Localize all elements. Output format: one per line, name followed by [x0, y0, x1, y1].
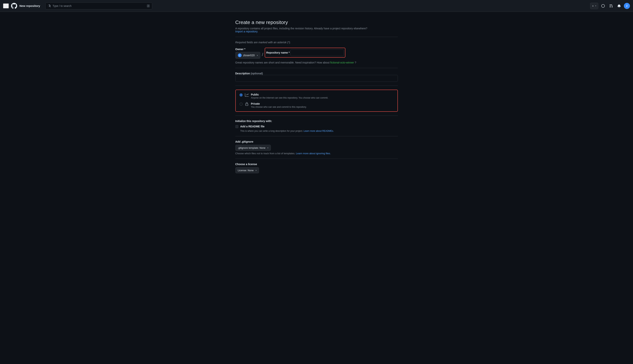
license-btn-label: License: None	[238, 169, 254, 172]
owner-label: Owner *	[235, 48, 260, 51]
public-option[interactable]: Public Anyone on the internet can see th…	[240, 93, 394, 99]
owner-field-group: Owner * Z zloser020 ▾	[235, 48, 260, 59]
description-optional: (optional)	[250, 72, 263, 75]
divider-3	[235, 86, 398, 86]
gitignore-learn-link[interactable]: Learn more about ignoring files.	[296, 152, 331, 155]
private-info: Private You choose who can see and commi…	[251, 102, 307, 108]
public-icon	[245, 93, 249, 98]
private-desc: You choose who can see and commit to thi…	[251, 106, 307, 108]
user-avatar[interactable]: Z	[624, 3, 630, 9]
owner-required-star: *	[244, 48, 245, 51]
readme-checkbox[interactable]	[235, 125, 238, 128]
inspiration-text: Great repository names are short and mem…	[235, 61, 398, 64]
readme-row: Add a README file	[235, 125, 398, 128]
readme-learn-link[interactable]: Learn more about READMEs.	[304, 130, 334, 132]
global-search[interactable]: Type / to search /	[46, 2, 152, 9]
gitignore-desc: Choose which files not to track from a l…	[235, 152, 398, 155]
hamburger-button[interactable]	[3, 4, 9, 8]
page-heading: Create a new repository	[235, 20, 398, 25]
subtitle-text: A repository contains all project files,…	[235, 27, 367, 30]
license-select-btn[interactable]: License: None ▾	[235, 167, 259, 173]
private-icon	[245, 102, 249, 107]
description-input[interactable]	[235, 75, 398, 82]
license-section: Choose a license License: None ▾	[235, 163, 398, 173]
main-content: Create a new repository A repository con…	[231, 12, 402, 192]
divider-4	[235, 116, 398, 116]
repo-name-group: Repository name *	[265, 48, 346, 58]
search-slash-shortcut: /	[147, 4, 150, 8]
repo-name-required-star: *	[288, 51, 290, 54]
description-label: Description (optional)	[235, 72, 263, 75]
pull-requests-button[interactable]	[608, 3, 614, 9]
private-radio[interactable]	[240, 102, 242, 106]
repo-name-input[interactable]	[290, 49, 344, 56]
header-actions: + ▾ Z	[590, 3, 630, 9]
private-option[interactable]: Private You choose who can see and commi…	[240, 102, 394, 108]
public-info: Public Anyone on the internet can see th…	[251, 93, 328, 99]
readme-label: Add a README file	[240, 125, 265, 128]
initialize-section: Initialize this repository with: Add a R…	[235, 120, 398, 132]
public-desc: Anyone on the internet can see this repo…	[251, 96, 328, 99]
bell-icon	[617, 4, 621, 8]
owner-name: zloser020	[243, 54, 255, 57]
readme-desc: This is where you can write a long descr…	[240, 130, 398, 132]
gitignore-dropdown-arrow: ▾	[268, 147, 268, 149]
visibility-section: Public Anyone on the internet can see th…	[235, 90, 398, 112]
owner-repo-row: Owner * Z zloser020 ▾ / Repository name …	[235, 48, 398, 59]
page-header-title: New repository	[20, 4, 40, 8]
copilot-button[interactable]	[600, 3, 606, 9]
search-icon	[48, 4, 51, 8]
public-radio[interactable]	[240, 94, 242, 96]
inspiration-name[interactable]: fictional-octo-winner	[330, 61, 354, 64]
gitignore-title: Add .gitignore	[235, 140, 398, 143]
required-note: Required fields are marked with an aster…	[235, 41, 398, 44]
public-label: Public	[251, 93, 328, 96]
owner-select[interactable]: Z zloser020 ▾	[235, 52, 260, 59]
owner-dropdown-arrow: ▾	[257, 54, 258, 56]
notifications-button[interactable]	[616, 3, 622, 9]
license-title: Choose a license	[235, 163, 398, 166]
slash-separator: /	[262, 51, 263, 58]
header: New repository Type / to search / + ▾	[0, 0, 633, 12]
page-subtitle: A repository contains all project files,…	[235, 27, 398, 33]
gitignore-section: Add .gitignore .gitignore template: None…	[235, 140, 398, 155]
gitignore-btn-label: .gitignore template: None	[238, 146, 266, 149]
copilot-icon	[601, 4, 605, 8]
owner-avatar: Z	[238, 54, 242, 57]
gitignore-select-btn[interactable]: .gitignore template: None ▾	[235, 145, 271, 151]
private-label: Private	[251, 102, 307, 105]
plus-icon: +	[592, 4, 594, 8]
github-logo	[11, 3, 17, 9]
license-dropdown-arrow: ▾	[256, 169, 256, 172]
divider-1	[235, 37, 398, 37]
new-dropdown-arrow: ▾	[595, 5, 596, 7]
description-section: Description (optional)	[235, 72, 398, 82]
repo-name-label: Repository name *	[266, 51, 290, 54]
initialize-title: Initialize this repository with:	[235, 120, 398, 122]
import-link[interactable]: Import a repository.	[235, 30, 258, 33]
search-text: Type / to search	[52, 4, 145, 8]
pull-request-icon	[609, 4, 613, 8]
new-button[interactable]: + ▾	[590, 3, 598, 9]
